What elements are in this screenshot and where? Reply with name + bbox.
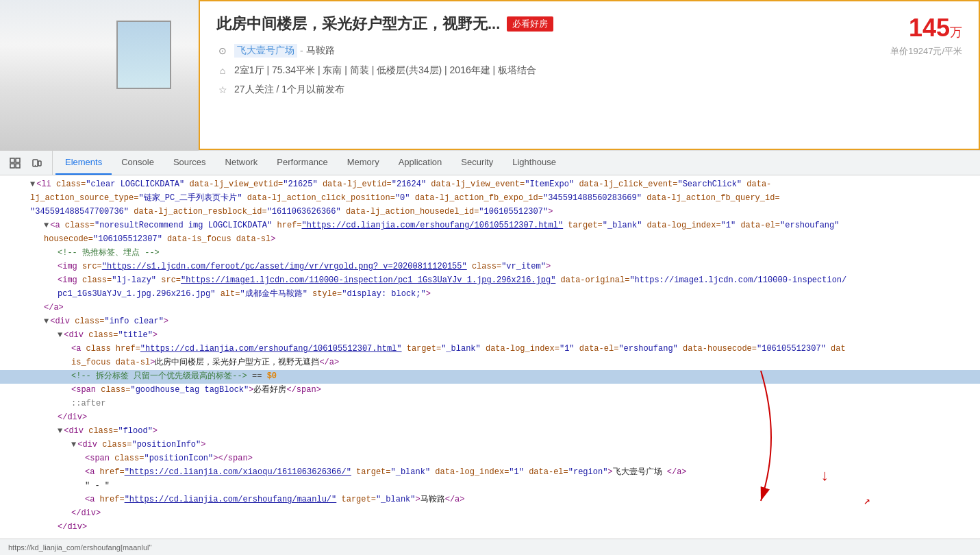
code-line: </a>: [0, 301, 980, 315]
expand-arrow[interactable]: ▼: [58, 425, 62, 438]
code-line: <img class="lj-lazy" src="https://image1…: [0, 274, 980, 288]
svg-rect-5: [38, 161, 41, 166]
svg-rect-3: [16, 164, 20, 168]
star-icon: ☆: [216, 84, 229, 96]
code-line-selected[interactable]: <!-- 拆分标签 只留一个优先级最高的标签--> == $0: [0, 370, 980, 384]
svg-rect-1: [16, 158, 20, 162]
code-line: </div>: [0, 521, 980, 534]
code-line: " - ": [0, 480, 980, 493]
toolbar-left-icons: [5, 151, 53, 175]
status-url: https://kd_lianjia_com/ershoufang[maanlu…: [8, 543, 151, 552]
price-per-sqm: 单价19247元/平米: [890, 45, 962, 58]
property-details: 此房中间楼层，采光好户型方正，视野无... 必看好房 145万 单价19247元…: [199, 0, 980, 150]
details-row: ⌂ 2室1厅 | 75.34平米 | 东南 | 简装 | 低楼层(共34层) |…: [216, 64, 962, 77]
street-name: 马鞍路: [306, 45, 335, 57]
code-line: <a href="https://cd.lianjia.com/ershoufa…: [0, 493, 980, 507]
code-line: ▼ <div class="flood">: [0, 425, 980, 439]
attention-row: ☆ 27人关注 / 1个月以前发布: [216, 84, 962, 96]
code-line: <!-- 热推标签、埋点 -->: [0, 247, 980, 260]
html-source: ▼ <li class="clear LOGCLICKDATA" data-lj…: [0, 175, 980, 537]
expand-arrow[interactable]: ▼: [58, 329, 62, 342]
good-house-badge: 必看好房: [507, 16, 553, 32]
location-row: ⊙ 飞大壹号广场 - 马鞍路: [216, 44, 962, 58]
svg-rect-2: [10, 164, 14, 168]
code-line: <span class="goodhouse_tag tagBlock">必看好…: [0, 384, 980, 397]
code-line: ▼ <li class="clear LOGCLICKDATA" data-lj…: [0, 178, 980, 192]
home-icon: ⌂: [216, 64, 229, 77]
code-line: is_focus data-sl>此房中间楼层，采光好户型方正，视野无遮挡</a…: [0, 356, 980, 370]
property-details-text: 2室1厅 | 75.34平米 | 东南 | 简装 | 低楼层(共34层) | 2…: [234, 64, 536, 77]
code-line: "345591488547700736" data-lj_action_resb…: [0, 206, 980, 219]
attention-text: 27人关注 / 1个月以前发布: [234, 84, 344, 96]
code-line: pc1_1Gs3UaYJv_1.jpg.296x216.jpg" alt="成都…: [0, 288, 980, 301]
code-line: housecode="106105512307" data-is_focus d…: [0, 233, 980, 247]
location-sep: -: [300, 45, 303, 56]
code-line: <span class="positionIcon"></span>: [0, 452, 980, 466]
code-line: ▼ <a class="noresultRecommend img LOGCLI…: [0, 219, 980, 233]
expand-arrow[interactable]: ▼: [30, 178, 35, 191]
code-line: </div>: [0, 411, 980, 425]
code-line: ::after: [0, 397, 980, 411]
devtools-panel: Elements Console Sources Network Perform…: [0, 151, 980, 555]
devtools-tabs: Elements Console Sources Network Perform…: [55, 151, 566, 175]
property-preview: 此房中间楼层，采光好户型方正，视野无... 必看好房 145万 单价19247元…: [0, 0, 980, 151]
svg-rect-0: [10, 158, 14, 162]
price-value: 145: [909, 14, 950, 42]
code-line: <a href="https://cd.lianjia.com/xiaoqu/1…: [0, 466, 980, 480]
code-line: <a class href="https://cd.lianjia.com/er…: [0, 343, 980, 356]
price-section: 145万 单价19247元/平米: [890, 14, 962, 58]
svg-point-6: [35, 164, 36, 166]
inspect-element-button[interactable]: [5, 153, 25, 173]
tab-application[interactable]: Application: [389, 151, 452, 175]
code-line: ▼ <div class="positionInfo">: [0, 439, 980, 452]
location-link[interactable]: 飞大壹号广场: [234, 44, 297, 58]
title-row: 此房中间楼层，采光好户型方正，视野无... 必看好房: [216, 14, 962, 34]
property-image: [0, 0, 199, 151]
code-line: </div>: [0, 507, 980, 521]
tab-sources[interactable]: Sources: [164, 151, 216, 175]
expand-arrow[interactable]: ▼: [44, 219, 49, 232]
tab-lighthouse[interactable]: Lighthouse: [503, 151, 566, 175]
price-unit: 万: [950, 25, 962, 39]
location-icon: ⊙: [216, 45, 229, 57]
tab-elements[interactable]: Elements: [55, 151, 112, 175]
price-display: 145万: [890, 14, 962, 42]
tab-security[interactable]: Security: [451, 151, 503, 175]
code-line: <img src="https://s1.ljcdn.com/feroot/pc…: [0, 260, 980, 274]
expand-arrow[interactable]: ▼: [71, 439, 76, 452]
property-photo: [0, 0, 199, 151]
device-toggle-button[interactable]: [27, 153, 47, 173]
code-area[interactable]: ▼ <li class="clear LOGCLICKDATA" data-lj…: [0, 175, 980, 539]
expand-arrow[interactable]: ▼: [44, 315, 49, 328]
status-bar: https://kd_lianjia_com/ershoufang[maanlu…: [0, 539, 980, 555]
code-line: ▼ <div class="title">: [0, 329, 980, 343]
code-line: ▼ <div class="info clear">: [0, 315, 980, 329]
property-title: 此房中间楼层，采光好户型方正，视野无...: [216, 14, 500, 34]
devtools-toolbar: Elements Console Sources Network Perform…: [0, 151, 980, 175]
tab-console[interactable]: Console: [112, 151, 164, 175]
code-line: lj_action_source_type="链家_PC_二手列表页卡片" da…: [0, 192, 980, 206]
tab-network[interactable]: Network: [216, 151, 268, 175]
tab-performance[interactable]: Performance: [267, 151, 337, 175]
tab-memory[interactable]: Memory: [338, 151, 389, 175]
